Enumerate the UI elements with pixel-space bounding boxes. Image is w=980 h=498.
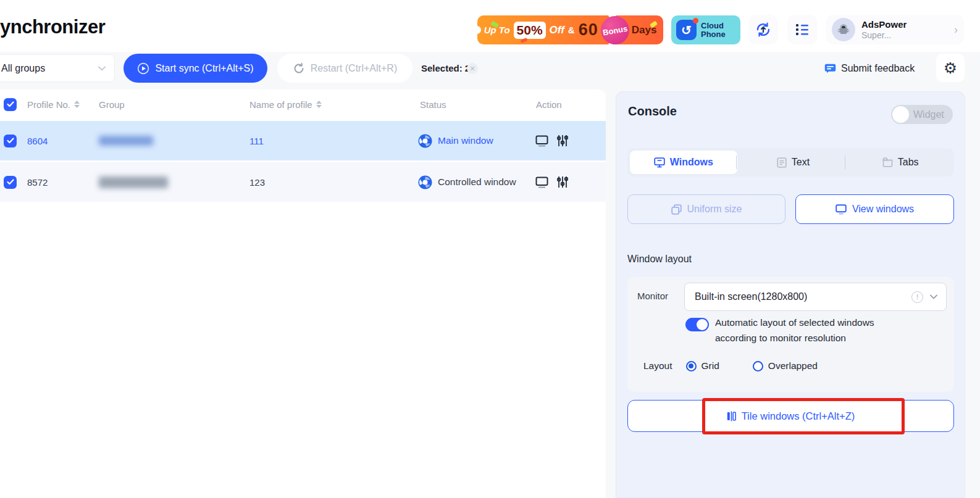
monitor-select[interactable]: Built-in screen(1280x800) !	[684, 283, 947, 311]
toggle-knob	[697, 319, 708, 330]
window-layout-title: Window layout	[627, 254, 692, 265]
chevron-down-icon	[930, 294, 937, 299]
browser-window-icon	[418, 175, 432, 189]
start-sync-button[interactable]: Start sync (Ctrl+Alt+S)	[124, 54, 267, 83]
task-list-button[interactable]	[787, 15, 817, 44]
restart-label: Restart (Ctrl+Alt+R)	[311, 63, 397, 74]
profile-no: 8572	[27, 162, 48, 202]
ufo-avatar-icon	[836, 22, 852, 38]
profile-name: 123	[249, 162, 265, 202]
action-cell	[535, 121, 568, 160]
restart-icon	[293, 62, 305, 75]
table-row[interactable]: 8572 123 Controlled window	[0, 162, 606, 202]
restart-button[interactable]: Restart (Ctrl+Alt+R)	[277, 54, 413, 83]
submit-feedback-label: Submit feedback	[841, 63, 915, 74]
radio-overlapped[interactable]	[753, 361, 763, 371]
monitor-label: Monitor	[637, 291, 668, 301]
chevron-down-icon	[98, 66, 106, 71]
account-name: AdsPower	[861, 19, 907, 30]
tab-windows[interactable]: Windows	[630, 151, 737, 174]
avatar	[832, 18, 855, 41]
tab-tabs[interactable]: Tabs	[847, 148, 954, 176]
profile-name: 111	[249, 121, 264, 160]
browser-window-icon	[418, 134, 432, 148]
column-header-profile-no[interactable]: Profile No.	[27, 89, 80, 119]
cloud-phone-button[interactable]: ↺ Cloud Phone	[671, 15, 740, 44]
annotation-highlight-rectangle	[702, 398, 905, 434]
group-name-redacted	[99, 121, 153, 160]
info-icon[interactable]: !	[911, 291, 923, 303]
clear-selection-icon[interactable]: ✕	[467, 63, 478, 74]
play-circle-icon	[137, 62, 149, 75]
status-label: Main window	[438, 135, 493, 146]
promo-banner[interactable]: Up To 50% Off & 60 Bonus Days	[477, 15, 663, 44]
uniform-size-button[interactable]: Uniform size	[627, 194, 785, 224]
tabs-icon	[882, 157, 893, 167]
layout-label: Layout	[643, 360, 672, 371]
sort-icon[interactable]	[316, 101, 322, 108]
tab-text[interactable]: Text	[740, 148, 847, 176]
settings-button[interactable]: ⚙	[936, 54, 965, 82]
profiles-table: Profile No. Group Name of profile Status…	[0, 89, 606, 498]
checkbox-checked-icon	[4, 135, 17, 147]
show-window-icon[interactable]	[535, 176, 548, 188]
selected-count: Selected: 2	[421, 54, 470, 83]
group-name-redacted	[99, 162, 168, 202]
start-sync-label: Start sync (Ctrl+Alt+S)	[155, 63, 253, 74]
cloud-phone-label: Cloud Phone	[701, 22, 726, 39]
tab-separator	[845, 156, 845, 169]
toggle-knob	[892, 106, 909, 123]
banner-notch	[473, 26, 481, 34]
promo-days-count: 60	[579, 20, 598, 39]
tab-separator	[736, 156, 737, 169]
promo-bonus-badge: Bonus	[598, 14, 631, 46]
tab-text-label: Text	[792, 157, 810, 168]
monitor-icon	[836, 204, 847, 215]
view-windows-button[interactable]: View windows	[795, 194, 954, 224]
sync-refresh-button[interactable]	[748, 15, 778, 44]
group-filter-select[interactable]: All groups	[0, 54, 115, 82]
radio-overlapped-label[interactable]: Overlapped	[768, 360, 818, 371]
account-menu[interactable]: AdsPower Super... ›	[826, 15, 964, 44]
chevron-right-icon: ›	[954, 23, 958, 36]
uniform-size-icon	[671, 204, 682, 215]
column-header-status: Status	[420, 89, 446, 119]
radio-grid-label[interactable]: Grid	[701, 360, 719, 371]
column-header-name[interactable]: Name of profile	[249, 89, 322, 119]
table-row[interactable]: 8604 111 Main window	[0, 121, 606, 160]
checkbox-checked-icon	[4, 176, 17, 189]
tab-tabs-label: Tabs	[898, 157, 919, 168]
sync-circle-icon	[755, 21, 772, 38]
radio-grid[interactable]	[686, 361, 697, 371]
view-windows-label: View windows	[852, 204, 914, 215]
gear-icon: ⚙	[944, 59, 957, 77]
widget-toggle[interactable]: Widget	[891, 105, 953, 124]
list-icon	[794, 22, 810, 38]
text-document-icon	[777, 157, 787, 168]
column-header-group: Group	[99, 89, 125, 119]
sort-icon[interactable]	[74, 101, 80, 108]
status-cell: Controlled window	[418, 162, 516, 202]
auto-layout-description: Automatic layout of selected windows acc…	[715, 315, 874, 346]
app-window: ynchronizer Up To 50% Off & 60 Bonus Day…	[0, 0, 980, 498]
row-checkbox[interactable]	[4, 162, 17, 202]
page-title: ynchronizer	[0, 16, 105, 38]
monitor-select-value: Built-in screen(1280x800)	[695, 291, 807, 302]
show-window-icon[interactable]	[535, 135, 548, 147]
select-all-checkbox[interactable]	[4, 89, 17, 119]
redacted-text-blur	[99, 176, 168, 188]
redacted-text-blur	[99, 136, 153, 146]
group-filter-value: All groups	[1, 63, 45, 74]
status-label: Controlled window	[438, 176, 516, 188]
profile-no: 8604	[27, 121, 48, 160]
window-settings-icon[interactable]	[557, 135, 568, 147]
console-title: Console	[628, 104, 677, 118]
cloud-phone-app-icon: ↺	[676, 20, 697, 40]
checkbox-checked-icon	[4, 98, 17, 111]
row-checkbox[interactable]	[4, 121, 17, 160]
notification-dot	[693, 18, 698, 23]
submit-feedback-link[interactable]: Submit feedback	[824, 54, 915, 83]
window-settings-icon[interactable]	[557, 176, 568, 188]
status-cell: Main window	[418, 121, 493, 160]
auto-layout-toggle[interactable]	[685, 318, 709, 331]
